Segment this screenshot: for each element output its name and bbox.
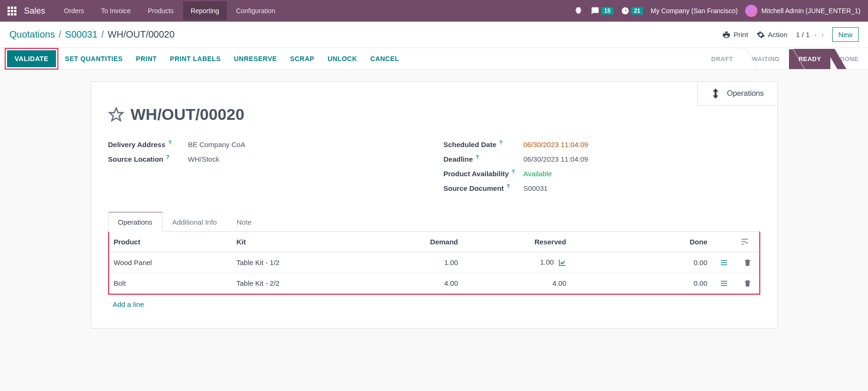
field-value[interactable]: 06/30/2023 11:04:09 [524, 141, 589, 149]
column-settings-icon[interactable] [736, 232, 759, 252]
field-row: Delivery Address ?BE Company CoA [108, 137, 425, 151]
field-row: Deadline ?06/30/2023 11:04:09 [444, 151, 760, 166]
activities-button[interactable]: 21 [621, 7, 643, 15]
breadcrumb-item[interactable]: Quotations [9, 29, 55, 40]
breadcrumb-item[interactable]: S00031 [65, 29, 97, 40]
field-value[interactable]: BE Company CoA [188, 141, 246, 149]
gear-icon [757, 31, 765, 39]
scrap-button[interactable]: SCRAP [284, 48, 321, 69]
field-label: Scheduled Date ? [444, 140, 524, 149]
company-switcher[interactable]: My Company (San Francisco) [651, 7, 738, 15]
avatar [745, 5, 757, 17]
nav-item-configuration[interactable]: Configuration [229, 1, 283, 20]
print-button[interactable]: PRINT [129, 48, 164, 69]
field-value[interactable]: WH/Stock [188, 155, 220, 163]
field-row: Scheduled Date ?06/30/2023 11:04:09 [444, 137, 760, 151]
add-line-button[interactable]: Add a line [108, 295, 760, 314]
set-quantities-button[interactable]: SET QUANTITIES [58, 48, 129, 69]
operations-stat-button[interactable]: Operations [697, 82, 777, 106]
cell-product[interactable]: Wood Panel [109, 252, 232, 273]
unlock-button[interactable]: UNLOCK [321, 48, 364, 69]
field-row: Source Document ?S00031 [444, 180, 760, 195]
messages-button[interactable]: 15 [591, 7, 613, 15]
pager-next-icon[interactable]: › [821, 31, 824, 39]
cell-demand[interactable]: 1.00 [367, 252, 463, 273]
field-value[interactable]: Available [524, 170, 552, 178]
tab-operations[interactable]: Operations [108, 212, 162, 232]
col-done[interactable]: Done [571, 232, 712, 252]
apps-icon[interactable] [8, 7, 16, 16]
cancel-button[interactable]: CANCEL [364, 48, 406, 69]
col-reserved[interactable]: Reserved [463, 232, 571, 252]
control-bar: Quotations/S00031/WH/OUT/00020 Print Act… [0, 22, 868, 48]
messages-badge: 15 [601, 7, 613, 15]
col-demand[interactable]: Demand [367, 232, 463, 252]
unreserve-button[interactable]: UNRESERVE [227, 48, 283, 69]
forecast-icon[interactable] [558, 258, 566, 266]
updown-arrow-icon [711, 87, 720, 100]
tab-note[interactable]: Note [227, 212, 262, 232]
field-row: Product Availability ?Available [444, 166, 760, 180]
field-value[interactable]: S00031 [524, 184, 548, 192]
cell-done[interactable]: 0.00 [571, 252, 712, 273]
nav-item-products[interactable]: Products [140, 1, 181, 20]
cell-kit[interactable]: Table Kit - 1/2 [231, 252, 366, 273]
field-value[interactable]: 06/30/2023 11:04:09 [524, 155, 589, 163]
detailed-operations-icon[interactable] [712, 273, 736, 294]
tab-additional-info[interactable]: Additional Info [162, 212, 227, 232]
action-bar: VALIDATE SET QUANTITIESPRINTPRINT LABELS… [0, 48, 868, 70]
delete-row-icon[interactable] [736, 273, 759, 294]
field-label: Delivery Address ? [108, 140, 188, 149]
help-icon[interactable]: ? [499, 140, 502, 145]
help-icon[interactable]: ? [512, 169, 515, 174]
new-button[interactable]: New [832, 27, 859, 42]
top-nav: OrdersTo InvoiceProductsReportingConfigu… [56, 1, 283, 20]
favorite-star-icon[interactable] [108, 107, 124, 123]
topbar: Sales OrdersTo InvoiceProductsReportingC… [0, 0, 868, 22]
tabs: OperationsAdditional InfoNote [108, 212, 760, 232]
action-menu[interactable]: Action [757, 31, 788, 39]
field-label: Source Document ? [444, 183, 524, 192]
nav-item-reporting[interactable]: Reporting [183, 1, 227, 20]
help-icon[interactable]: ? [166, 154, 169, 160]
detailed-operations-icon[interactable] [712, 252, 736, 273]
field-row: Source Location ?WH/Stock [108, 151, 425, 166]
col-kit[interactable]: Kit [231, 232, 366, 252]
print-icon [722, 31, 731, 39]
validate-button[interactable]: VALIDATE [7, 50, 56, 67]
print-menu[interactable]: Print [722, 31, 748, 39]
field-label: Product Availability ? [444, 169, 524, 178]
cell-kit[interactable]: Table Kit - 2/2 [231, 273, 366, 294]
table-row[interactable]: BoltTable Kit - 2/24.004.000.00 [109, 273, 759, 294]
help-icon[interactable]: ? [476, 154, 479, 160]
breadcrumb: Quotations/S00031/WH/OUT/00020 [9, 29, 175, 40]
help-icon[interactable]: ? [168, 140, 172, 145]
cell-demand[interactable]: 4.00 [367, 273, 463, 294]
pager-value[interactable]: 1 / 1 [796, 31, 810, 39]
table-row[interactable]: Wood PanelTable Kit - 1/21.001.00 0.00 [109, 252, 759, 273]
fields-grid: Delivery Address ?BE Company CoASource L… [108, 137, 760, 195]
nav-item-orders[interactable]: Orders [56, 1, 92, 20]
col-product[interactable]: Product [109, 232, 232, 252]
nav-item-to-invoice[interactable]: To Invoice [94, 1, 138, 20]
cell-product[interactable]: Bolt [109, 273, 232, 294]
cell-reserved[interactable]: 1.00 [463, 252, 571, 273]
help-icon[interactable]: ? [507, 183, 510, 189]
status-step-draft[interactable]: DRAFT [702, 49, 743, 69]
delete-row-icon[interactable] [736, 252, 759, 273]
cell-reserved[interactable]: 4.00 [463, 273, 571, 294]
print-labels-button[interactable]: PRINT LABELS [163, 48, 227, 69]
activities-badge: 21 [631, 7, 643, 15]
topbar-right: 15 21 My Company (San Francisco) Mitchel… [575, 5, 860, 17]
form-sheet: Operations WH/OUT/00020 Delivery Address… [91, 81, 778, 328]
bug-icon[interactable] [575, 7, 583, 15]
user-name: Mitchell Admin (JUNE_ENTER_1) [761, 7, 860, 15]
user-menu[interactable]: Mitchell Admin (JUNE_ENTER_1) [745, 5, 860, 17]
field-label: Source Location ? [108, 154, 188, 163]
page-title: WH/OUT/00020 [131, 105, 245, 124]
status-bar: DRAFTWAITINGREADYDONE [702, 49, 868, 69]
pager-prev-icon[interactable]: ‹ [814, 31, 817, 39]
cell-done[interactable]: 0.00 [571, 273, 712, 294]
operations-table: Product Kit Demand Reserved Done Wood Pa… [109, 232, 759, 294]
app-name[interactable]: Sales [24, 6, 45, 16]
